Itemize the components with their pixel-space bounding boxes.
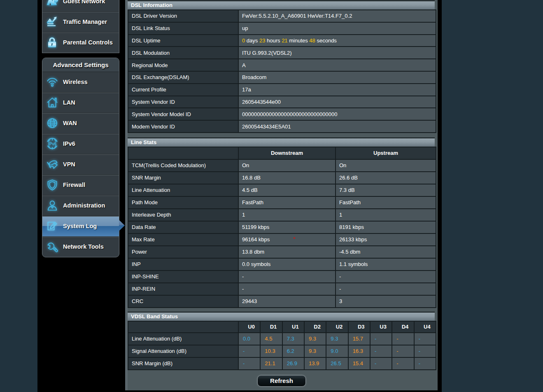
svg-text:IPv6: IPv6 (48, 142, 57, 146)
